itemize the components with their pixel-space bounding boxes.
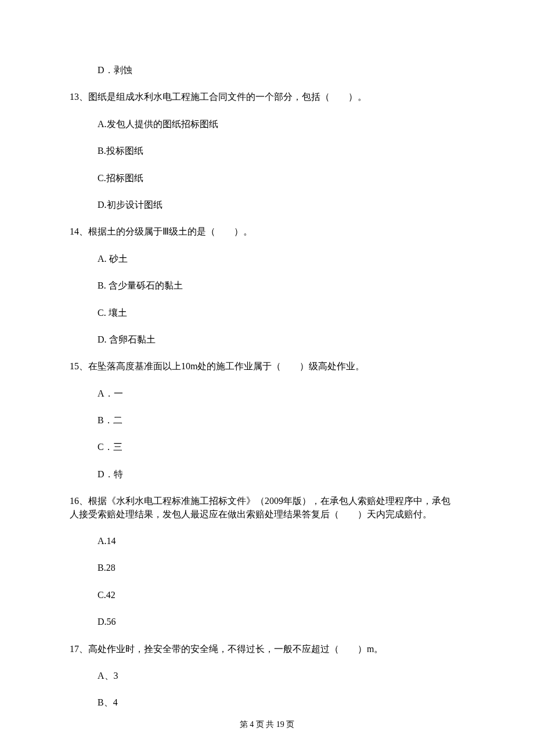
question-number: 13、 xyxy=(70,92,88,102)
option-text: A. 砂土 xyxy=(98,254,128,264)
question-number: 17、 xyxy=(70,644,88,654)
question-text: 在坠落高度基准面以上10m处的施工作业属于（ ）级高处作业。 xyxy=(88,361,365,371)
option-text: A.14 xyxy=(98,536,116,546)
option-item: D.56 xyxy=(70,615,464,628)
option-item: C．三 xyxy=(70,441,464,453)
option-item: D. 含卵石黏土 xyxy=(70,333,464,346)
option-item: A．一 xyxy=(70,387,464,400)
option-text: A.发包人提供的图纸招标图纸 xyxy=(98,119,218,129)
option-item: C. 壤土 xyxy=(70,307,464,319)
option-text: D．剥蚀 xyxy=(98,65,132,75)
option-text: B.28 xyxy=(98,563,116,573)
option-item: A、3 xyxy=(70,669,464,682)
page-number-text: 第 4 页 共 19 页 xyxy=(240,720,295,729)
question-text: 图纸是组成水利水电工程施工合同文件的一个部分，包括（ ）。 xyxy=(88,92,367,102)
option-text: B、4 xyxy=(98,697,118,707)
question-line: 16、根据《水利水电工程标准施工招标文件》（2009年版），在承包人索赔处理程序… xyxy=(70,495,464,507)
option-text: D.初步设计图纸 xyxy=(98,200,163,210)
question-text: 根据《水利水电工程标准施工招标文件》（2009年版），在承包人索赔处理程序中，承… xyxy=(88,496,450,506)
option-item: B.28 xyxy=(70,561,464,574)
option-text: B. 含少量砾石的黏土 xyxy=(98,280,183,290)
question-text: 高处作业时，拴安全带的安全绳，不得过长，一般不应超过（ ）m。 xyxy=(88,644,383,654)
option-text: C.招标图纸 xyxy=(98,173,143,183)
option-text: D.56 xyxy=(98,617,116,627)
option-text: D. 含卵石黏土 xyxy=(98,334,156,344)
question-text: 根据土的分级属于Ⅲ级土的是（ ）。 xyxy=(88,226,252,236)
option-text: A、3 xyxy=(98,671,118,681)
question-line: 14、根据土的分级属于Ⅲ级土的是（ ）。 xyxy=(70,225,464,238)
option-text: B.投标图纸 xyxy=(98,146,143,156)
option-text: C.42 xyxy=(98,590,116,600)
option-item: B. 含少量砾石的黏土 xyxy=(70,279,464,292)
page-content: D．剥蚀 13、图纸是组成水利水电工程施工合同文件的一个部分，包括（ ）。 A.… xyxy=(0,0,534,710)
question-number: 16、 xyxy=(70,496,88,506)
question-number: 14、 xyxy=(70,226,88,236)
option-item: B、4 xyxy=(70,696,464,709)
page-footer: 第 4 页 共 19 页 xyxy=(0,719,534,730)
option-text: C．三 xyxy=(98,442,122,452)
option-text: D．特 xyxy=(98,469,123,479)
option-item: D．剥蚀 xyxy=(70,64,464,77)
option-text: B．二 xyxy=(98,415,122,425)
option-item: D.初步设计图纸 xyxy=(70,199,464,211)
option-item: B．二 xyxy=(70,414,464,427)
question-number: 15、 xyxy=(70,361,88,371)
question-line-continued: 人接受索赔处理结果，发包人最迟应在做出索赔处理结果答复后（ ）天内完成赔付。 xyxy=(70,508,464,521)
question-line: 17、高处作业时，拴安全带的安全绳，不得过长，一般不应超过（ ）m。 xyxy=(70,643,464,656)
option-item: B.投标图纸 xyxy=(70,145,464,157)
option-item: A.发包人提供的图纸招标图纸 xyxy=(70,118,464,131)
question-line: 13、图纸是组成水利水电工程施工合同文件的一个部分，包括（ ）。 xyxy=(70,91,464,103)
option-item: D．特 xyxy=(70,468,464,481)
option-item: C.42 xyxy=(70,589,464,602)
question-line: 15、在坠落高度基准面以上10m处的施工作业属于（ ）级高处作业。 xyxy=(70,360,464,373)
question-text-line2: 人接受索赔处理结果，发包人最迟应在做出索赔处理结果答复后（ ）天内完成赔付。 xyxy=(70,509,432,519)
option-item: C.招标图纸 xyxy=(70,172,464,185)
option-text: C. 壤土 xyxy=(98,308,127,318)
option-text: A．一 xyxy=(98,388,123,398)
option-item: A. 砂土 xyxy=(70,253,464,265)
option-item: A.14 xyxy=(70,535,464,548)
